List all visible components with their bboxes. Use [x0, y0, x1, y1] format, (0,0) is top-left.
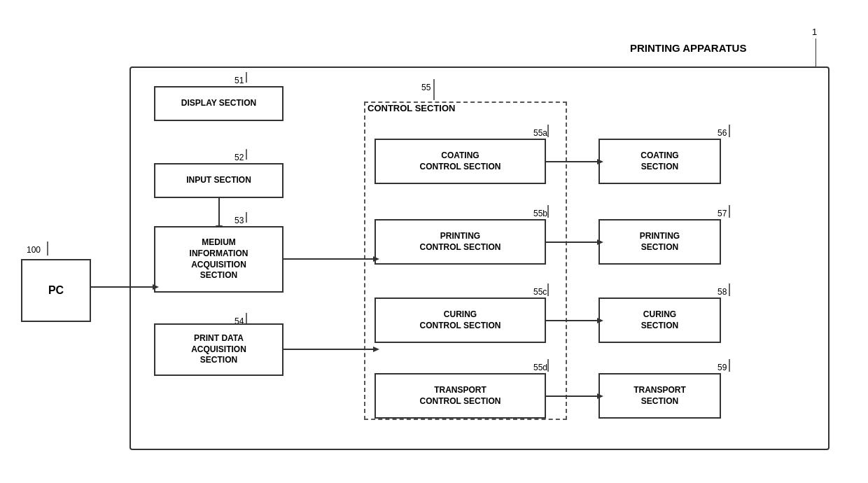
- ref-55a-line: [545, 125, 559, 140]
- ref-55c-line: [545, 284, 559, 299]
- transport-control-block: TRANSPORT CONTROL SECTION: [374, 373, 546, 419]
- display-section-block: DISPLAY SECTION: [154, 86, 284, 121]
- input-section-block: INPUT SECTION: [154, 163, 284, 198]
- ref-56-line: [726, 125, 740, 140]
- diagram-container: 1 PRINTING APPARATUS 100 PC 51 DISPLAY S…: [0, 0, 868, 483]
- ref-58-line: [726, 284, 740, 299]
- ref-52-line: [243, 149, 257, 163]
- ref-51-line: [243, 72, 257, 86]
- coating-control-block: COATING CONTROL SECTION: [374, 139, 546, 184]
- ref-57-line: [726, 205, 740, 220]
- printing-control-block: PRINTING CONTROL SECTION: [374, 219, 546, 265]
- coating-section-block: COATING SECTION: [598, 139, 721, 184]
- printing-apparatus-label: PRINTING APPARATUS: [630, 42, 746, 54]
- printing-section-block: PRINTING SECTION: [598, 219, 721, 265]
- ref-55d-line: [545, 359, 559, 374]
- curing-control-block: CURING CONTROL SECTION: [374, 298, 546, 343]
- arrow-input-to-medium: [218, 198, 220, 226]
- ref-pc: 100: [27, 245, 41, 255]
- medium-info-block: MEDIUM INFORMATION ACQUISITION SECTION: [154, 226, 284, 293]
- ref-55-line: [430, 79, 444, 104]
- curing-section-block: CURING SECTION: [598, 298, 721, 343]
- pc-label: PC: [48, 284, 64, 297]
- control-section-label: CONTROL SECTION: [368, 103, 455, 113]
- ref-1: 1: [812, 27, 817, 37]
- ref-59-line: [726, 359, 740, 374]
- ref-55: 55: [421, 83, 430, 92]
- pc-box: PC: [21, 259, 91, 322]
- ref-pc-line: [41, 241, 55, 259]
- ref-53-line: [243, 212, 257, 226]
- print-data-block: PRINT DATA ACQUISITION SECTION: [154, 323, 284, 376]
- ref-55b-line: [545, 205, 559, 220]
- transport-section-block: TRANSPORT SECTION: [598, 373, 721, 419]
- ref-1-line: [816, 38, 816, 66]
